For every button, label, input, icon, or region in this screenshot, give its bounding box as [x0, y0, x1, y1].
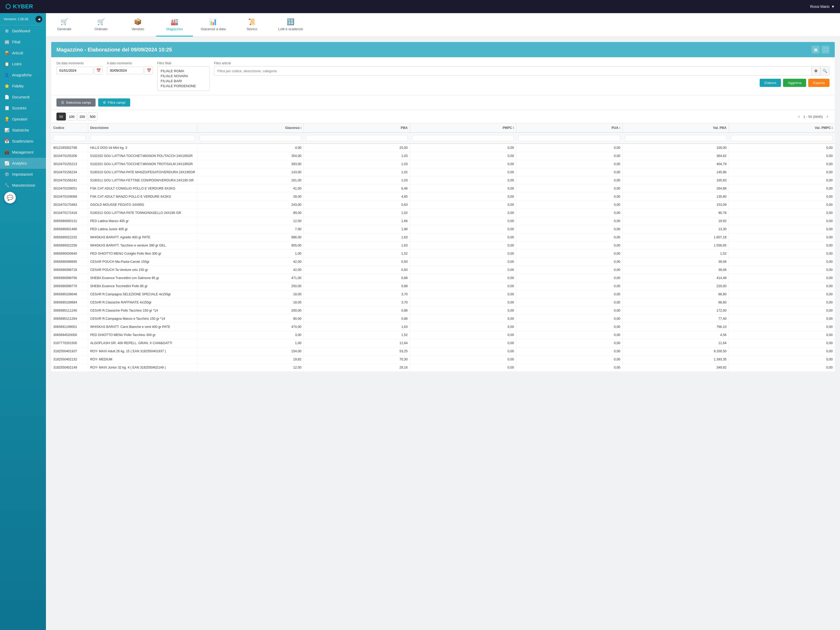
filter-input-codice[interactable]	[53, 135, 86, 141]
sidebar-item-listini[interactable]: 📋Listini	[0, 58, 46, 69]
table-row[interactable]: 3065890108684CESAR R.Classiche RAFFINATE…	[51, 298, 835, 306]
table-row[interactable]: 3065890111264CESAR R.Campagna Manzo e Ta…	[51, 315, 835, 323]
tab-ordinato[interactable]: 🛒Ordinato	[83, 13, 120, 36]
cell-val_pmpc: 0,00	[729, 144, 835, 152]
tab-generale[interactable]: 🛒Generale	[46, 13, 83, 36]
elabora-button[interactable]: Elabora	[759, 79, 781, 87]
tab-lotti[interactable]: 🔢Lotti e scadenze	[270, 13, 311, 36]
grid-view-icon[interactable]: ▦	[812, 46, 819, 54]
sidebar-item-scontrini[interactable]: 🧾Scontrini	[0, 103, 46, 114]
filter-input-giacenza[interactable]	[199, 135, 302, 141]
table-row[interactable]: 3010470159068FSK CAT ADULT MANZO POLLO E…	[51, 193, 835, 201]
da-data-input[interactable]	[57, 67, 93, 74]
filter-icon-button[interactable]: ⚙	[812, 66, 820, 75]
filtra-campi-button[interactable]: ⚙ Filtra campi	[98, 98, 130, 107]
page-size-500-button[interactable]: 500	[88, 113, 97, 120]
col-header-codice[interactable]: Codice	[51, 123, 88, 133]
filter-input-pua[interactable]	[518, 135, 620, 141]
page-size-100-button[interactable]: 100	[67, 113, 76, 120]
table-row[interactable]: 8012345002788HILLS DOG t/d Mini kg. 34,0…	[51, 144, 835, 152]
table-row[interactable]: 3065890098695CESAR POUCH Ma-Pasta-Carote…	[51, 258, 835, 266]
sidebar-item-filiali[interactable]: 🏢Filiali	[0, 36, 46, 47]
table-row[interactable]: 3010470159051FSK CAT ADULT CONIGLIO POLL…	[51, 185, 835, 193]
table-row[interactable]: 3065890098756SHEBA Essence Trancettini c…	[51, 274, 835, 282]
da-data-calendar-icon[interactable]: 📅	[94, 66, 103, 74]
sidebar-item-statistiche[interactable]: 📊Statistiche	[0, 125, 46, 136]
a-data-filter: A data movimento 📅	[107, 62, 153, 74]
next-page-button[interactable]: ›	[825, 113, 829, 120]
table-row[interactable]: 30104701552065102202 GOU LATTINA TOCCHET…	[51, 152, 835, 160]
a-data-input[interactable]	[107, 67, 144, 74]
cell-pba: 4,85	[304, 193, 410, 201]
tab-venduto[interactable]: 📦Venduto	[120, 13, 156, 36]
col-header-descrizione[interactable]: Descrizione	[88, 123, 197, 133]
table-row[interactable]: 3065890022232WHISKAS BARATT. Agnello 400…	[51, 234, 835, 242]
sidebar-item-dashboard[interactable]: ⊞Dashboard	[0, 25, 46, 36]
search-input[interactable]	[214, 67, 812, 75]
table-row[interactable]: 3182550401937ROY- MAXI Adult 26 kg. 15 (…	[51, 347, 835, 355]
col-header-pmpc[interactable]: PMPCℹ	[410, 123, 516, 133]
user-info[interactable]: Rossi Mario ▼	[810, 5, 835, 9]
sidebar-item-articoli[interactable]: 📦Articoli	[0, 47, 46, 58]
table-row[interactable]: 3065890098770SHEBA Essence Tocchettini P…	[51, 282, 835, 291]
sidebar-item-scadenziario[interactable]: 📅Scadenziario	[0, 136, 46, 147]
tab-storico[interactable]: 📜Storico	[234, 13, 270, 36]
table-row[interactable]: 3167770201505ALGOFLASH GR. 400 REPELL. G…	[51, 339, 835, 347]
sidebar-item-analytics[interactable]: 📈Analytics	[0, 158, 46, 169]
table-row[interactable]: 3065894520000PED GHIOTTO MENU Pollo Tacc…	[51, 331, 835, 339]
expand-icon[interactable]: ⛶	[822, 46, 829, 54]
filter-input-pba[interactable]	[306, 135, 408, 141]
sidebar-item-operatori[interactable]: 👷Operatori	[0, 114, 46, 125]
sidebar-item-manutenzione[interactable]: 🔧Manutenzione	[0, 180, 46, 191]
cell-pua: 0,00	[516, 209, 622, 217]
col-header-pua[interactable]: PUAℹ	[516, 123, 622, 133]
esporta-button[interactable]: Esporta	[808, 79, 829, 87]
filter-input-val_pmpc[interactable]	[731, 135, 833, 141]
tab-giacenze[interactable]: 📊Giacenze a data	[193, 13, 234, 36]
table-row[interactable]: 30104701724185100312 GOU LATTINA PATE TO…	[51, 209, 835, 217]
filter-input-val_pba[interactable]	[625, 135, 726, 141]
table-row[interactable]: 3065890022256WHISKAS BARATT. Tacchino e …	[51, 242, 835, 249]
prev-page-button[interactable]: ‹	[797, 113, 801, 120]
cell-codice: 3065890108684	[51, 298, 88, 306]
sidebar-item-impostazioni[interactable]: ⚙️Impostazioni	[0, 169, 46, 180]
sidebar-item-anagrafiche[interactable]: 👤Anagrafiche	[0, 69, 46, 81]
filter-input-descrizione[interactable]	[90, 135, 195, 141]
table-row[interactable]: 3065890001466PED Lattina Junior 405 gr7,…	[51, 225, 835, 234]
table-row[interactable]: 3065890030640PED GHIOTTO MENU Coniglio P…	[51, 249, 835, 258]
cell-giacenza: 7,00	[197, 225, 304, 234]
table-row[interactable]: 3065891199001WHISKAS BARATT. Carni Bianc…	[51, 323, 835, 331]
a-data-calendar-icon[interactable]: 📅	[145, 66, 153, 74]
table-row[interactable]: 3010470170483GGOLD MOUSSE FEGATO 24X85G2…	[51, 201, 835, 209]
sidebar-item-management[interactable]: 💼Management	[0, 147, 46, 158]
table-row[interactable]: 3065890111240CESAR R.Classiche Pollo Tac…	[51, 306, 835, 315]
collapse-sidebar-button[interactable]: ◀	[35, 16, 42, 22]
table-row[interactable]: 3065890098718CESAR POUCH Ta-Verdure orto…	[51, 266, 835, 274]
cell-descrizione: PED GHIOTTO MENU Coniglio Pollo flexi 30…	[88, 249, 197, 258]
table-row[interactable]: 3182550402149ROY- MAXI Junior 32 kg. 4 (…	[51, 363, 835, 372]
table-row[interactable]: 30104701562415100311 GOU LATTINA FETTINE…	[51, 177, 835, 185]
tab-magazzino[interactable]: 🏭Magazzino	[156, 13, 193, 36]
table-row[interactable]: 30104701562345100310 GOU LATTINA PATE MA…	[51, 168, 835, 177]
user-dropdown-icon[interactable]: ▼	[831, 5, 835, 9]
col-header-giacenza[interactable]: Giacenzaℹ	[197, 123, 304, 133]
cell-val_pmpc: 0,00	[729, 306, 835, 315]
search-button[interactable]: 🔍	[820, 66, 829, 75]
cell-pua: 0,00	[516, 242, 622, 249]
sidebar-item-fidelity[interactable]: ⭐Fidelity	[0, 81, 46, 92]
col-header-pba[interactable]: PBA	[304, 123, 410, 133]
table-row[interactable]: 3065890108646CESAR R.Campagna SELEZIONE …	[51, 291, 835, 298]
cell-pmpc: 0,00	[410, 306, 516, 315]
page-size-150-button[interactable]: 150	[77, 113, 87, 120]
table-row[interactable]: 30104701552135102201 GOU LATTINA TOCCHET…	[51, 160, 835, 168]
chat-button[interactable]: 💬	[4, 192, 16, 204]
aggiorna-button[interactable]: Aggiorna	[783, 79, 806, 87]
page-size-50-button[interactable]: 50	[57, 113, 66, 120]
management-icon: 💼	[4, 150, 9, 155]
sidebar-item-documenti[interactable]: 📄Documenti	[0, 92, 46, 103]
table-row[interactable]: 3065890000131PED Lattina Manzo 405 gr12,…	[51, 217, 835, 225]
table-row[interactable]: 3182550402132ROY- MEDIUM19,8270,300,000,…	[51, 355, 835, 363]
filter-input-pmpc[interactable]	[412, 135, 514, 141]
seleziona-campi-button[interactable]: ☰ Seleziona campi	[57, 98, 96, 107]
sidebar-label-dashboard: Dashboard	[12, 29, 30, 33]
